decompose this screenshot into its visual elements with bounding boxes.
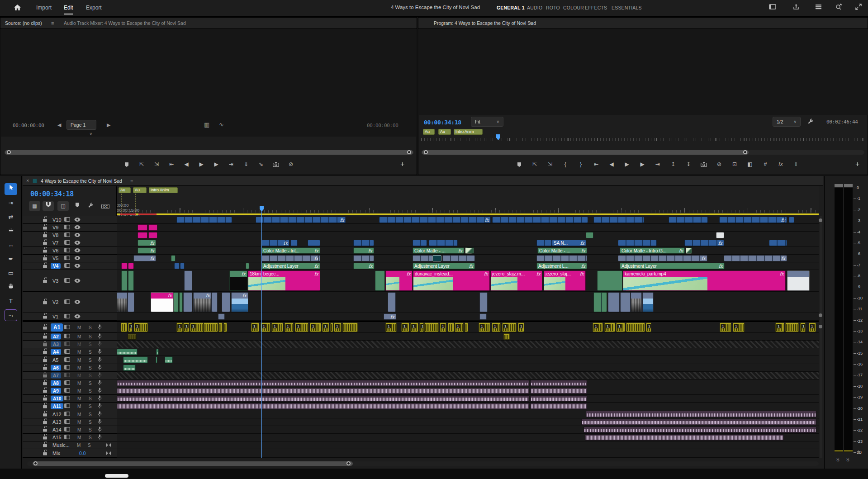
track-lane-v4[interactable]: Adjustment LayerfxfxAdjustment LayerfxAd…: [117, 262, 819, 270]
clip[interactable]: [183, 292, 192, 312]
step-forward-icon[interactable]: ▶: [211, 161, 221, 167]
clip[interactable]: [212, 292, 218, 312]
lock-icon[interactable]: [43, 299, 47, 306]
clip[interactable]: [429, 240, 458, 246]
clip[interactable]: [121, 270, 128, 291]
voiceover-record-icon[interactable]: [98, 403, 102, 409]
clip-fx-badge[interactable]: fx: [206, 293, 210, 299]
clip[interactable]: [342, 322, 358, 332]
solo-button[interactable]: S: [89, 435, 92, 440]
time-ruler[interactable]: :00:0000:00:15:0000:00:30:0000:00:45:000…: [117, 202, 819, 213]
lock-icon[interactable]: [43, 388, 47, 394]
clip-jezero-slajz-m[interactable]: jezero_slajz.m...fx: [490, 270, 542, 291]
lock-icon[interactable]: [43, 419, 47, 426]
clip[interactable]: [785, 322, 799, 332]
clip[interactable]: [686, 247, 692, 254]
clip[interactable]: [583, 427, 816, 433]
pen-tool[interactable]: ✒: [5, 253, 17, 265]
clip-1[interactable]: 1: [518, 322, 524, 332]
clip[interactable]: [128, 333, 137, 340]
track-name-a7[interactable]: A7: [51, 373, 61, 379]
clip[interactable]: [128, 263, 134, 269]
source-patch-icon[interactable]: [64, 403, 70, 409]
track-lane-a1[interactable]: 11111111111111111111111111111111: [117, 322, 819, 333]
clip[interactable]: [117, 395, 529, 402]
tab-program[interactable]: Program: 4 Ways to Escape the City of No…: [434, 20, 536, 26]
clip-sa-n[interactable]: SA N...fx: [552, 240, 586, 246]
clip[interactable]: [642, 292, 654, 312]
source-patch-icon[interactable]: [64, 334, 70, 339]
workspace-tab-roto[interactable]: ROTO: [546, 5, 560, 10]
workspace-tab-general-1[interactable]: GENERAL 1: [497, 5, 525, 10]
clip[interactable]: [180, 263, 185, 269]
lock-icon[interactable]: [43, 411, 47, 417]
button-editor-add[interactable]: +: [855, 160, 859, 168]
clip[interactable]: fx: [133, 255, 156, 261]
toggle-track-output-icon[interactable]: [74, 263, 81, 269]
go-to-in-icon[interactable]: ⇤: [591, 161, 601, 167]
clip[interactable]: [375, 270, 385, 291]
clip[interactable]: [117, 349, 138, 355]
timeline-ruler-zone[interactable]: AuAuIntro Anim :00:0000:00:15:0000:00:30…: [117, 186, 819, 216]
clip-1[interactable]: 1: [492, 322, 501, 332]
solo-button[interactable]: S: [89, 389, 92, 394]
solo-button[interactable]: S: [89, 350, 92, 355]
solo-button[interactable]: S: [88, 443, 91, 448]
mute-button[interactable]: M: [77, 342, 81, 347]
clip[interactable]: fx: [353, 263, 375, 269]
clip-1[interactable]: 1: [322, 322, 329, 332]
clip[interactable]: [128, 292, 134, 312]
clip[interactable]: [530, 403, 587, 409]
clip[interactable]: fx: [379, 217, 491, 223]
clip-adjustment-layer[interactable]: Adjustment Layerfx: [261, 263, 320, 269]
clip[interactable]: [174, 263, 180, 269]
clip[interactable]: [536, 255, 587, 261]
clip-1[interactable]: 1: [502, 322, 517, 332]
clip-fx-badge[interactable]: fx: [369, 263, 373, 269]
source-patch-icon[interactable]: [64, 373, 70, 378]
clip[interactable]: [530, 380, 587, 386]
clip-1[interactable]: 1: [183, 322, 190, 332]
clip-fx-badge[interactable]: fx: [679, 248, 683, 254]
clip[interactable]: [618, 240, 657, 246]
overwrite-icon[interactable]: ⇘: [256, 161, 266, 167]
mute-icon[interactable]: ⊘: [286, 161, 296, 167]
clip-1[interactable]: 1: [190, 322, 204, 332]
source-patch-icon[interactable]: [64, 217, 70, 223]
captions-icon[interactable]: CC: [101, 203, 109, 209]
vscroll-handle[interactable]: [819, 325, 822, 328]
lock-icon[interactable]: [43, 247, 47, 254]
track-name-a3[interactable]: A3: [51, 341, 61, 347]
clip-1[interactable]: 1: [800, 322, 806, 332]
ripple-edit-tool[interactable]: ⇄: [5, 211, 17, 223]
sequence-marker-au[interactable]: Au: [133, 187, 147, 193]
clip[interactable]: [290, 240, 298, 246]
clip[interactable]: [176, 217, 232, 223]
track-lane-v7[interactable]: fxfxSA N...fxfx: [117, 239, 819, 247]
track-name-v10[interactable]: V10: [52, 217, 62, 223]
track-name-v2[interactable]: V2: [52, 299, 58, 305]
clip-1[interactable]: 1: [419, 322, 424, 332]
sequence-marker-au[interactable]: Au: [423, 129, 435, 135]
clip[interactable]: [581, 419, 816, 425]
timeline-timecode[interactable]: 00:00:34:18: [30, 190, 74, 198]
source-patch-icon[interactable]: [64, 349, 70, 355]
voiceover-record-icon[interactable]: [98, 357, 102, 363]
page-next-icon[interactable]: ▶: [107, 122, 110, 128]
sequence-marker-au[interactable]: Au: [438, 129, 451, 135]
solo-button[interactable]: S: [89, 381, 92, 386]
solo-button[interactable]: S: [89, 334, 92, 339]
lock-icon[interactable]: [43, 442, 47, 449]
clip[interactable]: [184, 270, 192, 291]
solo-button[interactable]: S: [89, 373, 92, 378]
track-name-a8[interactable]: A8: [51, 380, 61, 386]
clip[interactable]: [432, 255, 441, 261]
clip[interactable]: [620, 292, 631, 312]
voiceover-record-icon[interactable]: [98, 434, 102, 441]
toggle-track-output-icon[interactable]: [74, 256, 81, 261]
lock-icon[interactable]: [43, 217, 47, 223]
track-lane-a9[interactable]: [117, 387, 819, 395]
lock-icon[interactable]: [43, 395, 47, 402]
track-name-v9[interactable]: V9: [52, 225, 58, 230]
clip[interactable]: [769, 240, 787, 246]
